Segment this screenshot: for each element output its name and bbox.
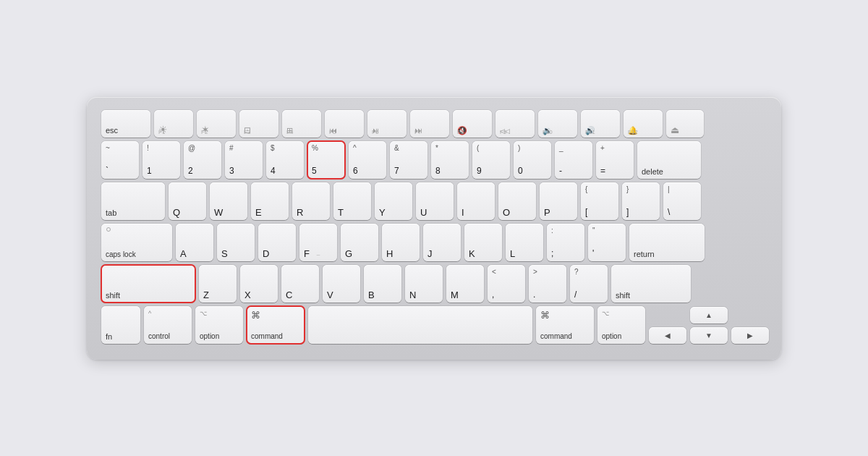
key-x[interactable]: X — [240, 265, 278, 303]
key-8[interactable]: * 8 — [431, 141, 469, 179]
key-c[interactable]: C — [281, 265, 319, 303]
key-eject[interactable]: ⏏ — [666, 110, 704, 138]
key-control[interactable]: ^ control — [144, 306, 192, 344]
key-delete[interactable]: delete — [637, 141, 701, 179]
key-6[interactable]: ^ 6 — [349, 141, 386, 179]
key-s[interactable]: S — [217, 224, 255, 261]
key-f1[interactable]: ☀ F1 — [154, 110, 193, 138]
key-f9[interactable]: ◁◁ F9 — [495, 110, 535, 138]
key-backtick[interactable]: ~ ` — [101, 141, 139, 179]
key-5[interactable]: % 5 — [307, 141, 345, 179]
key-f3[interactable]: ⊡ F3 — [239, 110, 278, 138]
number-row: ~ ` ! 1 @ 2 # 3 $ 4 % 5 ^ 6 & 7 — [101, 141, 767, 179]
key-d[interactable]: D — [258, 224, 296, 261]
key-esc[interactable]: esc — [101, 110, 150, 138]
key-j[interactable]: J — [423, 224, 461, 261]
key-quote[interactable]: " ' — [588, 224, 626, 261]
key-f5[interactable]: ⏮ F5 — [325, 110, 364, 138]
key-command-left[interactable]: ⌘ command — [247, 306, 305, 344]
key-f2[interactable]: ✶ F2 — [197, 110, 236, 138]
key-shift-left[interactable]: shift — [101, 265, 195, 303]
zxcv-row: shift Z X C V B N M < , > . ? / shift — [101, 265, 767, 303]
key-y[interactable]: Y — [375, 182, 412, 220]
key-v[interactable]: V — [323, 265, 360, 303]
fn-row: esc ☀ F1 ✶ F2 ⊡ F3 ⊞ F4 ⏮ F5 ⏯ F6 ⏭ F7 — [101, 110, 767, 138]
key-equals[interactable]: + = — [596, 141, 634, 179]
key-tab[interactable]: tab — [101, 182, 165, 220]
key-shift-right[interactable]: shift — [611, 265, 691, 303]
arrow-row-bottom: ◀ ▼ ▶ — [649, 327, 769, 344]
key-u[interactable]: U — [416, 182, 454, 220]
key-backslash[interactable]: | \ — [663, 182, 701, 220]
key-2[interactable]: @ 2 — [184, 141, 221, 179]
key-3[interactable]: # 3 — [225, 141, 263, 179]
key-o[interactable]: O — [498, 182, 536, 220]
arrow-key-group: ▲ ◀ ▼ ▶ — [649, 307, 769, 344]
key-9[interactable]: ( 9 — [472, 141, 510, 179]
bottom-row: fn ^ control ⌥ option ⌘ command ⌘ comman… — [101, 306, 767, 344]
key-w[interactable]: W — [210, 182, 247, 220]
key-t[interactable]: T — [333, 182, 371, 220]
key-q[interactable]: Q — [169, 182, 206, 220]
key-fn[interactable]: fn — [101, 306, 140, 344]
key-f11[interactable]: 🔊 F11 — [581, 110, 620, 138]
key-f10[interactable]: 🔉 F10 — [538, 110, 577, 138]
key-bracket-r[interactable]: } ] — [622, 182, 660, 220]
key-f12[interactable]: 🔔 F12 — [624, 110, 663, 138]
key-arrow-up[interactable]: ▲ — [690, 307, 728, 324]
key-f6[interactable]: ⏯ F6 — [367, 110, 407, 138]
key-period[interactable]: > . — [529, 265, 566, 303]
key-spacebar[interactable] — [308, 306, 532, 344]
qwerty-row: tab Q W E R T Y U I O P { [ } ] | \ — [101, 182, 767, 220]
keyboard: esc ☀ F1 ✶ F2 ⊡ F3 ⊞ F4 ⏮ F5 ⏯ F6 ⏭ F7 — [87, 97, 781, 360]
caps-lock-indicator — [106, 227, 111, 232]
key-arrow-down[interactable]: ▼ — [690, 327, 728, 344]
key-minus[interactable]: _ - — [555, 141, 592, 179]
key-a[interactable]: A — [176, 224, 213, 261]
key-m[interactable]: M — [446, 265, 484, 303]
key-bracket-l[interactable]: { [ — [581, 182, 618, 220]
key-i[interactable]: I — [457, 182, 495, 220]
key-comma[interactable]: < , — [488, 265, 525, 303]
key-0[interactable]: ) 0 — [514, 141, 551, 179]
key-4[interactable]: $ 4 — [266, 141, 304, 179]
asdf-row: caps lock A S D _ F G H J K L : ; " ' re… — [101, 224, 767, 261]
arrow-row-top: ▲ — [649, 307, 769, 324]
key-n[interactable]: N — [405, 265, 443, 303]
key-p[interactable]: P — [540, 182, 577, 220]
key-slash[interactable]: ? / — [570, 265, 608, 303]
key-f[interactable]: _ F — [299, 224, 337, 261]
key-l[interactable]: L — [506, 224, 543, 261]
key-g[interactable]: G — [341, 224, 378, 261]
key-b[interactable]: B — [364, 265, 401, 303]
key-command-right[interactable]: ⌘ command — [536, 306, 594, 344]
key-f8[interactable]: 🔇 F8 — [453, 110, 492, 138]
key-caps-lock[interactable]: caps lock — [101, 224, 172, 261]
key-r[interactable]: R — [292, 182, 330, 220]
key-option-right[interactable]: ⌥ option — [597, 306, 645, 344]
key-f4[interactable]: ⊞ F4 — [282, 110, 321, 138]
key-semicolon[interactable]: : ; — [547, 224, 584, 261]
key-z[interactable]: Z — [199, 265, 237, 303]
key-f7[interactable]: ⏭ F7 — [410, 110, 449, 138]
key-7[interactable]: & 7 — [390, 141, 427, 179]
key-1[interactable]: ! 1 — [142, 141, 180, 179]
key-k[interactable]: K — [464, 224, 502, 261]
key-option-left[interactable]: ⌥ option — [195, 306, 243, 344]
key-return[interactable]: return — [629, 224, 705, 261]
key-e[interactable]: E — [251, 182, 289, 220]
key-arrow-right[interactable]: ▶ — [731, 327, 769, 344]
key-h[interactable]: H — [382, 224, 420, 261]
key-arrow-left[interactable]: ◀ — [649, 327, 686, 344]
